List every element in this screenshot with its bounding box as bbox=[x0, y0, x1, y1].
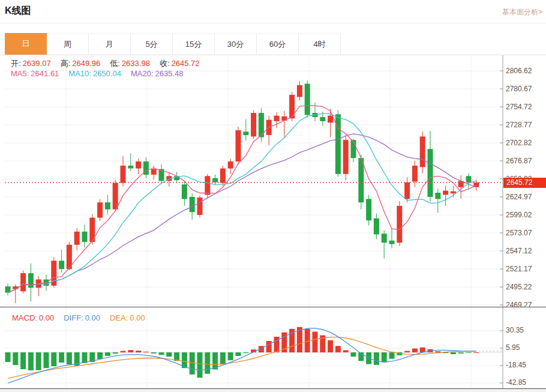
tab-60分[interactable]: 60分 bbox=[257, 33, 299, 55]
macd-axis-tick: -42.85 bbox=[506, 378, 545, 387]
price-axis-tick: 2728.77 bbox=[506, 121, 545, 129]
legend-ma-label: MA5: bbox=[11, 69, 29, 78]
ma-legend: MA5:2641.61MA10:2650.04MA20:2635.48 bbox=[11, 69, 184, 78]
header-divider bbox=[0, 23, 546, 23]
macd-axis-tick: -18.45 bbox=[506, 361, 545, 369]
price-axis-tick: 2573.07 bbox=[506, 229, 545, 237]
fundamental-analysis-link[interactable]: 基本面分析> bbox=[502, 7, 542, 17]
legend-ma-label: MA20: bbox=[131, 69, 154, 78]
price-axis-tick: 2806.62 bbox=[506, 67, 545, 75]
legend-ohlc-label: 开: bbox=[11, 59, 21, 68]
legend-ma-value: 2650.04 bbox=[93, 69, 121, 78]
ohlc-legend: 开:2639.07高:2649.96低:2633.98收:2645.72 bbox=[11, 58, 200, 69]
legend-ma-value: 2635.48 bbox=[155, 69, 184, 78]
legend-macd-label: MACD: bbox=[12, 313, 37, 322]
tab-日[interactable]: 日 bbox=[5, 33, 47, 55]
legend-ma-label: MA10: bbox=[68, 69, 91, 78]
legend-ohlc-value: 2649.96 bbox=[72, 59, 100, 68]
legend-ohlc-value: 2645.72 bbox=[172, 59, 200, 68]
price-axis-tick: 2754.72 bbox=[506, 103, 545, 111]
legend-ohlc-label: 高: bbox=[61, 59, 71, 68]
legend-macd-label: DIFF: bbox=[64, 313, 83, 322]
page-title: K线图 bbox=[5, 5, 31, 17]
price-axis-tick: 2547.12 bbox=[506, 247, 545, 255]
legend-ohlc-label: 收: bbox=[160, 59, 170, 68]
price-axis-tick: 2702.82 bbox=[506, 139, 545, 147]
price-axis-tick: 2469.27 bbox=[506, 301, 545, 309]
interval-tabs: 日周月5分15分30分60分4时 bbox=[5, 33, 341, 55]
macd-axis-tick: 5.95 bbox=[506, 343, 545, 352]
tab-月[interactable]: 月 bbox=[89, 33, 131, 55]
legend-macd-value: 0.00 bbox=[39, 313, 54, 322]
legend-ma-value: 2641.61 bbox=[31, 69, 59, 78]
tab-5分[interactable]: 5分 bbox=[131, 33, 173, 55]
legend-ohlc-value: 2633.98 bbox=[122, 59, 150, 68]
tab-15分[interactable]: 15分 bbox=[173, 33, 215, 55]
legend-ohlc-label: 低: bbox=[110, 59, 120, 68]
legend-macd-value: 0.00 bbox=[130, 313, 145, 322]
legend-macd-label: DEA: bbox=[110, 313, 128, 322]
tab-4时[interactable]: 4时 bbox=[299, 33, 341, 55]
price-axis-tick: 2521.17 bbox=[506, 265, 545, 273]
macd-legend: MACD:0.00DIFF:0.00DEA:0.00 bbox=[12, 313, 145, 322]
price-axis-tick: 2599.02 bbox=[506, 211, 545, 219]
price-axis-tick: 2676.87 bbox=[506, 157, 545, 165]
macd-axis-tick: 30.35 bbox=[506, 326, 545, 334]
footer-strip bbox=[0, 389, 546, 392]
current-price-tag: 2645.72 bbox=[503, 178, 546, 188]
main-candlestick-chart[interactable] bbox=[0, 55, 546, 307]
tab-周[interactable]: 周 bbox=[47, 33, 89, 55]
tab-30分[interactable]: 30分 bbox=[215, 33, 257, 55]
price-axis-tick: 2624.97 bbox=[506, 193, 545, 201]
legend-ohlc-value: 2639.07 bbox=[23, 59, 51, 68]
price-axis-tick: 2780.67 bbox=[506, 85, 545, 93]
legend-macd-value: 0.00 bbox=[85, 313, 100, 322]
price-axis-tick: 2495.22 bbox=[506, 283, 545, 291]
